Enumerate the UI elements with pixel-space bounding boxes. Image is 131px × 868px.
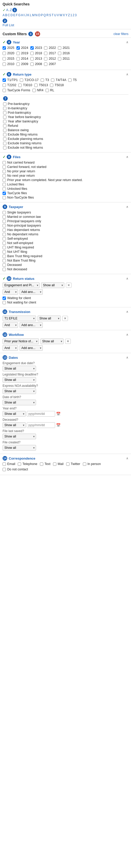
opt-exclude-planning[interactable]: Exclude planning returns	[3, 137, 128, 141]
year-2008[interactable]: 2008	[30, 62, 42, 66]
rt-t5-checkbox[interactable]	[68, 79, 72, 82]
transmission-add-another-wrap[interactable]: Add ano...	[20, 322, 43, 328]
return-status-show-all-wrap[interactable]: Show all	[41, 282, 64, 288]
legislated-select[interactable]: Show all	[3, 377, 36, 383]
file-locked[interactable]: Locked files	[3, 183, 128, 186]
workflow-header[interactable]: 12 Workflow ∧	[3, 332, 128, 337]
rs-waiting-for-client-checkbox[interactable]	[3, 297, 6, 300]
workflow-add-another-select[interactable]: Add ano...	[20, 345, 43, 351]
file-created-select[interactable]: Show all	[3, 445, 36, 451]
return-status-type-wrap[interactable]: Engagement and Pl...	[3, 282, 40, 288]
corr-email[interactable]: Email	[3, 462, 15, 466]
az-link-1[interactable]: 1	[71, 13, 72, 17]
workflow-add-another-wrap[interactable]: Add ano...	[20, 345, 43, 351]
year-end-wrap[interactable]: Show all	[3, 411, 26, 416]
opt-pre-bankruptcy[interactable]: Pre-bankruptcy	[3, 102, 128, 106]
az-link-s[interactable]: S	[49, 13, 51, 17]
year-2015-checkbox[interactable]	[3, 57, 6, 60]
az-link-f[interactable]: F	[16, 13, 18, 17]
file-no-prior-year-checkbox[interactable]	[3, 170, 6, 173]
az-link-m[interactable]: M	[32, 13, 35, 17]
rt-t2co17[interactable]: T2/CO-17	[20, 78, 38, 82]
workflow-show-all-wrap[interactable]: Show all	[41, 338, 63, 344]
workflow-type-wrap[interactable]: Prior year Notice of...	[3, 338, 39, 344]
az-link-a[interactable]: A	[3, 13, 5, 17]
express-noa-select[interactable]: Show all	[3, 389, 36, 394]
return-type-header[interactable]: ✓ 6 Return type ∧	[3, 72, 128, 76]
corr-twitter-checkbox[interactable]	[66, 462, 70, 466]
return-status-header[interactable]: ✓ 10 Return status ∧	[3, 276, 128, 281]
transmission-type-select[interactable]: T1 EFILE	[3, 316, 36, 321]
year-2024[interactable]: 2024	[17, 46, 28, 50]
year-2016-checkbox[interactable]	[58, 52, 61, 55]
year-2007-checkbox[interactable]	[44, 62, 47, 66]
opt-refund[interactable]: Refund	[3, 124, 128, 128]
file-not-carried-forward[interactable]: Not carried forward	[3, 161, 128, 164]
file-non-taxcycle[interactable]: Non-TaxCycle files	[3, 196, 128, 199]
file-non-taxcycle-checkbox[interactable]	[3, 196, 6, 199]
transmission-add-another-select[interactable]: Add ano...	[20, 322, 43, 328]
opt-post-bankruptcy-checkbox[interactable]	[3, 111, 6, 115]
year-2011[interactable]: 2011	[58, 57, 70, 60]
file-last-saved-wrap[interactable]: Show all	[3, 434, 36, 439]
opt-year-before-bankruptcy[interactable]: Year before bankruptcy	[3, 115, 128, 119]
rt-t4t4a[interactable]: T4/T4A	[51, 78, 66, 82]
year-2017-checkbox[interactable]	[44, 52, 47, 55]
rt-nr4[interactable]: NR4	[32, 89, 44, 92]
tp-not-deceased[interactable]: Not deceased	[3, 268, 128, 271]
az-link-u[interactable]: U	[54, 13, 56, 17]
rt-t5[interactable]: T5	[68, 78, 77, 82]
tp-uht-required[interactable]: UHT filing required	[3, 246, 128, 249]
year-2014-checkbox[interactable]	[17, 57, 20, 60]
tp-not-self-employed[interactable]: Not self-employed	[3, 241, 128, 245]
year-2012-checkbox[interactable]	[44, 57, 47, 60]
year-2023-checkbox[interactable]	[30, 46, 34, 50]
year-2024-checkbox[interactable]	[17, 46, 20, 50]
tp-not-bare-trust-checkbox[interactable]	[3, 259, 6, 262]
tp-married[interactable]: Married or common law	[3, 215, 128, 219]
file-no-prior-year[interactable]: No prior year return	[3, 169, 128, 173]
az-label[interactable]: A..Z	[6, 8, 12, 12]
opt-exclude-training[interactable]: Exclude training returns	[3, 142, 128, 145]
year-2008-checkbox[interactable]	[30, 62, 34, 66]
deceased-calendar-icon[interactable]: 📅	[56, 423, 60, 427]
workflow-type-select[interactable]: Prior year Notice of...	[3, 338, 39, 344]
year-2021-checkbox[interactable]	[58, 46, 61, 50]
az-link-p[interactable]: P	[41, 13, 43, 17]
workflow-close-btn[interactable]: ✕	[65, 339, 71, 344]
deceased-select[interactable]: Show all	[3, 422, 26, 428]
opt-exclude-not-filing-checkbox[interactable]	[3, 146, 6, 149]
year-2007[interactable]: 2007	[44, 62, 56, 66]
rt-t5013-checkbox[interactable]	[34, 84, 37, 87]
corr-telephone[interactable]: Telephone	[18, 462, 37, 466]
file-prior-year-completed[interactable]: Prior year return completed. Next year r…	[3, 178, 128, 182]
opt-in-bankruptcy-checkbox[interactable]	[3, 107, 6, 110]
rt-t1tp1[interactable]: T1/TP1	[3, 78, 18, 82]
year-end-select[interactable]: Show all	[3, 411, 26, 416]
opt-exclude-not-filing[interactable]: Exclude not filing returns	[3, 146, 128, 149]
year-2010[interactable]: 2010	[3, 62, 15, 66]
clear-filters-link[interactable]: clear filters	[113, 32, 128, 36]
tp-deceased-checkbox[interactable]	[3, 264, 6, 267]
engagement-due-select[interactable]: Show all	[3, 366, 36, 371]
dob-select[interactable]: Show all	[3, 400, 36, 405]
files-section-header[interactable]: ✓ 8 Files ∧	[3, 155, 128, 159]
az-link-b[interactable]: B	[5, 13, 7, 17]
return-status-operator-wrap[interactable]: And	[3, 289, 18, 295]
tp-non-principal-checkbox[interactable]	[3, 224, 6, 227]
az-link-h[interactable]: H	[21, 13, 23, 17]
transmission-type-wrap[interactable]: T1 EFILE	[3, 316, 36, 321]
rt-nr4-checkbox[interactable]	[32, 89, 36, 92]
opt-in-bankruptcy[interactable]: In-bankruptcy	[3, 106, 128, 110]
opt-exclude-filing-checkbox[interactable]	[3, 133, 6, 136]
corr-text-checkbox[interactable]	[40, 462, 43, 466]
corr-do-not-contact-checkbox[interactable]	[3, 468, 6, 471]
year-2019[interactable]: 2019	[17, 52, 28, 55]
file-taxcycle-checkbox[interactable]	[3, 192, 6, 195]
year-2013[interactable]: 2013	[30, 57, 42, 60]
year-2017[interactable]: 2017	[44, 52, 56, 55]
tp-not-bare-trust[interactable]: Not Bare Trust filing	[3, 259, 128, 262]
file-taxcycle[interactable]: TaxCycle files	[3, 191, 128, 195]
year-2025-checkbox[interactable]	[3, 46, 6, 50]
tp-not-uht-checkbox[interactable]	[3, 250, 6, 254]
